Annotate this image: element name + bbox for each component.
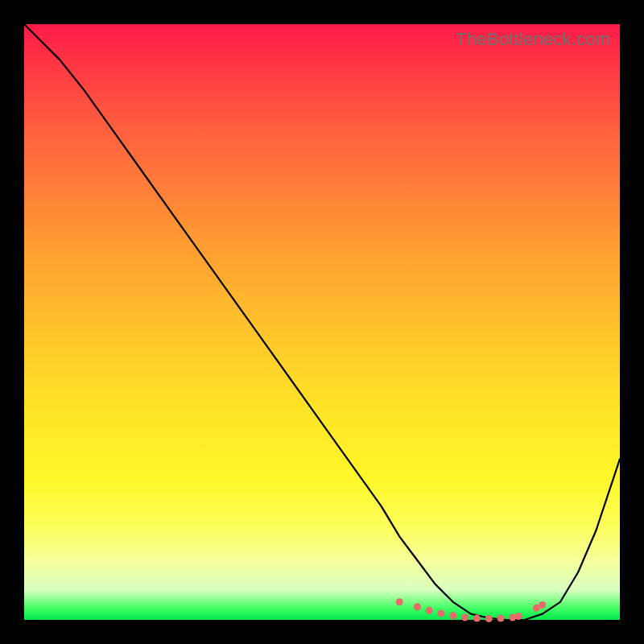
- bottleneck-curve: [24, 24, 620, 620]
- plot-area: TheBottleneck.com: [24, 24, 620, 620]
- trough-dots: [396, 598, 547, 622]
- trough-dot: [497, 615, 505, 622]
- trough-dot: [485, 615, 493, 622]
- trough-dot: [515, 613, 522, 620]
- trough-dot: [449, 612, 456, 619]
- trough-dot: [461, 614, 469, 621]
- trough-dot: [438, 609, 445, 617]
- trough-dot: [426, 607, 433, 614]
- trough-dot: [414, 603, 421, 610]
- trough-dot: [473, 615, 481, 622]
- trough-dot: [396, 598, 403, 605]
- curve-svg: [24, 24, 620, 620]
- trough-dot: [539, 601, 546, 609]
- chart-frame: TheBottleneck.com: [0, 0, 644, 644]
